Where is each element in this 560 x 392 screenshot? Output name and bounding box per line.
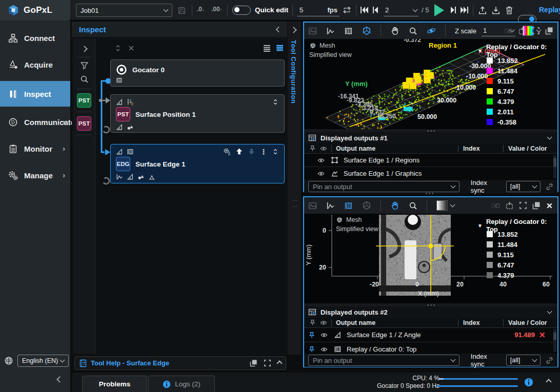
- sidebar-item-communicate[interactable]: Communicate ›: [0, 111, 70, 133]
- zoom-icon[interactable]: [409, 27, 417, 35]
- expand-rail-icon[interactable]: [81, 46, 88, 52]
- image-view-icon[interactable]: [308, 201, 317, 210]
- expand-help-icon[interactable]: [276, 360, 282, 366]
- save-icon[interactable]: [177, 6, 186, 15]
- step-forward-icon[interactable]: [451, 6, 456, 14]
- move-up-icon[interactable]: [235, 148, 243, 155]
- output-row[interactable]: Replay / Gocator 0: Top: [304, 342, 557, 354]
- divider: [381, 25, 381, 36]
- snapshot-icon[interactable]: [518, 27, 527, 35]
- pin-icon[interactable]: [308, 332, 315, 339]
- upload-icon[interactable]: [478, 6, 487, 15]
- eye-icon[interactable]: [321, 346, 328, 353]
- job-select[interactable]: Job01: [76, 4, 172, 17]
- viewer2-canvas[interactable]: Mesh Simplified view Y (mm) 0 20 -20 0 2…: [304, 214, 557, 303]
- zoom-icon[interactable]: [409, 201, 417, 210]
- profile-view-icon[interactable]: [326, 201, 335, 210]
- download-icon[interactable]: [491, 6, 501, 15]
- quick-edit-toggle[interactable]: [232, 6, 251, 15]
- sidebar-item-inspect[interactable]: Inspect: [0, 81, 70, 107]
- image-view-icon[interactable]: [308, 27, 317, 35]
- collapse-panel-icon[interactable]: [276, 26, 282, 32]
- tab-problems[interactable]: Problems: [82, 376, 147, 392]
- fullscreen-icon[interactable]: [519, 201, 527, 210]
- link-sync-icon[interactable]: [546, 357, 553, 364]
- fps-input[interactable]: 5 fps: [297, 4, 339, 16]
- collapse-outputs-icon[interactable]: [547, 135, 552, 140]
- rotate-3d-icon[interactable]: [427, 26, 436, 35]
- move-down-icon[interactable]: [248, 148, 255, 155]
- tool-card-surface-edge[interactable]: ⋮ EDG Surface Edge 1: [110, 144, 285, 183]
- link-sync-icon[interactable]: [546, 183, 553, 191]
- filter-icon[interactable]: [80, 61, 89, 70]
- pan-hand-icon[interactable]: [390, 201, 399, 210]
- fullscreen-icon[interactable]: [532, 27, 540, 35]
- eye-icon[interactable]: [317, 157, 325, 164]
- snapshot-icon[interactable]: [505, 201, 514, 210]
- colormap-select[interactable]: [436, 200, 454, 211]
- decimal-decrease-icon[interactable]: .0↓: [197, 6, 205, 13]
- tool-card-gocator[interactable]: Gocator 0: [110, 59, 285, 87]
- output-row[interactable]: Surface Edge 1 / Graphics: [304, 167, 557, 180]
- language-select[interactable]: English (EN): [17, 355, 69, 367]
- mesh-view-icon[interactable]: [362, 26, 371, 35]
- decimal-increase-icon[interactable]: .00↑: [211, 6, 222, 13]
- expand-bottom-panel-icon[interactable]: [546, 379, 551, 384]
- tool-settings-icon[interactable]: [223, 148, 231, 155]
- legend-value: 9.115: [497, 251, 514, 259]
- tab-logs[interactable]: Logs (2): [148, 376, 215, 392]
- popout-icon[interactable]: [250, 359, 257, 367]
- legend-value: 13.852: [497, 231, 518, 238]
- fullscreen-icon[interactable]: [264, 359, 271, 367]
- skip-to-end-icon[interactable]: [461, 6, 469, 14]
- loop-icon[interactable]: [343, 6, 351, 14]
- sidebar-item-acquire[interactable]: Acquire: [0, 53, 70, 76]
- tool-help-bar[interactable]: Tool Help - Surface Edge: [74, 356, 286, 370]
- scrollbar[interactable]: [553, 155, 556, 178]
- viewer1-canvas[interactable]: Mesh Simplified view -0.372 Region 1 X (…: [304, 39, 557, 129]
- rail-badge-pst-maroon[interactable]: PST: [77, 116, 91, 131]
- close-view-icon[interactable]: [546, 202, 553, 210]
- collapse-card-icon[interactable]: [272, 98, 279, 106]
- search-icon[interactable]: [80, 75, 89, 84]
- link-views-icon[interactable]: [504, 27, 513, 35]
- duplicate-view-icon[interactable]: [532, 201, 541, 210]
- tool-card-surface-position[interactable]: PST Surface Position 1: [110, 94, 285, 133]
- frame-select[interactable]: 2: [384, 4, 418, 16]
- mesh-view-icon[interactable]: [362, 201, 371, 210]
- eye-icon[interactable]: [321, 332, 328, 339]
- pin-output-select[interactable]: Pin an output: [308, 181, 459, 192]
- scrollbar[interactable]: [553, 329, 556, 352]
- link-views-icon[interactable]: [491, 201, 500, 210]
- output-row[interactable]: Surface Edge 1 / Z Angle 91.489: [304, 328, 557, 342]
- skip-to-start-icon[interactable]: [360, 6, 368, 14]
- sidebar-item-manage[interactable]: Manage ›: [0, 164, 70, 187]
- eye-icon[interactable]: [317, 170, 325, 177]
- frames-splitter[interactable]: [426, 193, 433, 194]
- tool-configuration-strip[interactable]: Tool Configuration ⋮⋮: [288, 22, 301, 355]
- status-info-icon[interactable]: [524, 378, 533, 387]
- profile-view-icon[interactable]: [326, 27, 335, 35]
- heightmap-view-icon[interactable]: [344, 27, 353, 35]
- play-icon[interactable]: [433, 4, 445, 17]
- collapse-card-icon[interactable]: [272, 148, 279, 155]
- pan-hand-icon[interactable]: [390, 26, 399, 35]
- trash-icon[interactable]: [505, 6, 514, 15]
- kebab-menu-icon[interactable]: ⋮: [260, 148, 267, 155]
- output-row[interactable]: Surface Edge 1 / Regions: [304, 154, 557, 167]
- index-sync-select[interactable]: [all]: [506, 181, 541, 192]
- duplicate-view-icon[interactable]: [545, 27, 553, 35]
- step-back-icon[interactable]: [372, 6, 378, 14]
- collapse-outputs-icon[interactable]: [547, 309, 552, 314]
- divider: [292, 5, 293, 16]
- collapse-sidebar-icon[interactable]: [56, 376, 63, 383]
- index-sync-select[interactable]: [all]: [506, 355, 541, 366]
- sidebar-item-monitor[interactable]: Monitor ›: [0, 137, 70, 160]
- sidebar-item-connect[interactable]: Connect: [0, 27, 70, 49]
- pin-icon[interactable]: [308, 346, 315, 353]
- heightmap-view-icon[interactable]: [344, 201, 353, 210]
- drag-handle[interactable]: ⋮⋮: [292, 198, 298, 210]
- rail-badge-pst-green[interactable]: PST: [77, 93, 91, 108]
- expand-config-icon[interactable]: [290, 27, 297, 33]
- pin-output-select[interactable]: Pin an output: [308, 355, 459, 366]
